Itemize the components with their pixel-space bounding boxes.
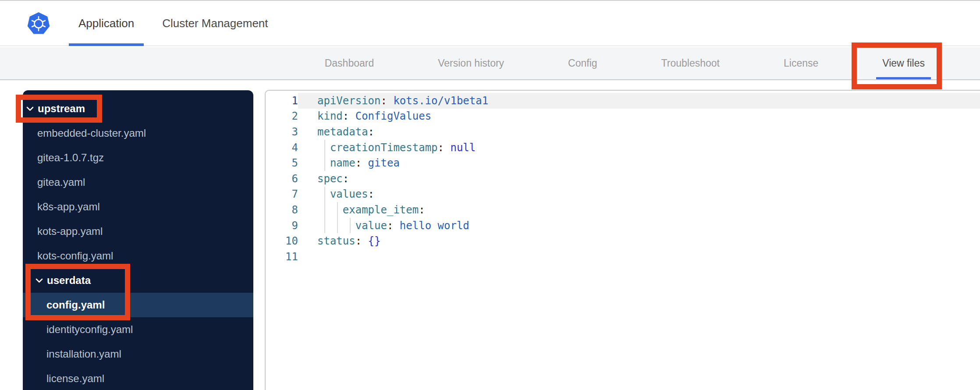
tab-troubleshoot[interactable]: Troubleshoot	[655, 47, 726, 79]
line-number: 1	[266, 93, 298, 109]
tree-file-license-yaml[interactable]: license.yaml	[23, 366, 253, 390]
editor-line-10: 10status: {}	[266, 233, 980, 249]
line-number: 9	[266, 218, 298, 234]
code-text: name: gitea	[298, 155, 980, 171]
editor-line-4: 4 creationTimestamp: null	[266, 140, 980, 156]
code-text: apiVersion: kots.io/v1beta1	[298, 93, 980, 109]
tree-file-k8s-app-yaml[interactable]: k8s-app.yaml	[23, 195, 253, 219]
code-text: value: hello world	[298, 218, 980, 234]
code-text: status: {}	[298, 233, 980, 249]
code-text: kind: ConfigValues	[298, 109, 980, 124]
code-text: metadata:	[298, 124, 980, 140]
code-text	[298, 249, 980, 265]
line-number: 8	[266, 202, 298, 218]
tree-item-label: config.yaml	[46, 299, 105, 311]
indent-guide	[324, 218, 325, 234]
tree-file-gitea-1-0-7-tgz[interactable]: gitea-1.0.7.tgz	[23, 145, 253, 170]
code-text: creationTimestamp: null	[298, 140, 980, 156]
tree-item-label: upstream	[38, 103, 85, 115]
file-content-viewer[interactable]: 1apiVersion: kots.io/v1beta12kind: Confi…	[265, 90, 980, 390]
line-number: 3	[266, 124, 298, 140]
tree-item-label: userdata	[47, 274, 91, 287]
editor-line-3: 3metadata:	[266, 124, 980, 140]
editor-line-1: 1apiVersion: kots.io/v1beta1	[266, 93, 980, 109]
tree-item-label: gitea-1.0.7.tgz	[37, 152, 104, 164]
line-number: 2	[266, 109, 298, 124]
tree-item-label: kots-app.yaml	[37, 225, 103, 238]
tree-file-embedded-cluster-yaml[interactable]: embedded-cluster.yaml	[23, 121, 253, 145]
top-tabs: ApplicationCluster Management	[69, 1, 278, 46]
code-text: example_item:	[298, 202, 980, 218]
line-number: 7	[266, 187, 298, 202]
indent-guide	[350, 218, 351, 234]
indent-guide	[337, 218, 338, 234]
editor-line-6: 6spec:	[266, 171, 980, 187]
chevron-down-icon	[26, 106, 34, 111]
tree-file-installation-yaml[interactable]: installation.yaml	[23, 342, 253, 366]
tree-item-label: identityconfig.yaml	[46, 323, 133, 336]
top-navigation-bar: ApplicationCluster Management	[0, 0, 980, 46]
file-tree-sidebar: upstreamembedded-cluster.yamlgitea-1.0.7…	[23, 90, 253, 390]
tree-item-label: license.yaml	[46, 372, 104, 385]
indent-guide	[337, 202, 338, 218]
tab-view-files[interactable]: View files	[876, 47, 931, 79]
tree-folder-userdata[interactable]: userdata	[23, 268, 253, 293]
tab-license[interactable]: License	[778, 47, 824, 79]
tree-item-label: installation.yaml	[46, 348, 121, 360]
editor-line-2: 2kind: ConfigValues	[266, 109, 980, 124]
editor-line-5: 5 name: gitea	[266, 155, 980, 171]
tree-folder-upstream[interactable]: upstream	[23, 96, 253, 121]
tree-item-label: gitea.yaml	[37, 176, 85, 188]
tree-file-gitea-yaml[interactable]: gitea.yaml	[23, 170, 253, 195]
indent-guide	[324, 155, 325, 171]
chevron-down-icon	[36, 278, 43, 283]
tab-config[interactable]: Config	[562, 47, 603, 79]
indent-guide	[324, 140, 325, 156]
line-number: 10	[266, 233, 298, 249]
editor-lines: 1apiVersion: kots.io/v1beta12kind: Confi…	[266, 93, 980, 265]
tree-item-label: kots-config.yaml	[37, 250, 113, 262]
tree-item-label: k8s-app.yaml	[37, 201, 100, 213]
top-tab-cluster-management[interactable]: Cluster Management	[153, 1, 277, 46]
editor-line-7: 7 values:	[266, 187, 980, 202]
editor-line-9: 9 value: hello world	[266, 218, 980, 234]
code-text: values:	[298, 187, 980, 202]
indent-guide	[324, 187, 325, 202]
tree-file-config-yaml[interactable]: config.yaml	[23, 293, 253, 317]
editor-line-8: 8 example_item:	[266, 202, 980, 218]
tab-dashboard[interactable]: Dashboard	[319, 47, 380, 79]
line-number: 6	[266, 171, 298, 187]
line-number: 11	[266, 249, 298, 265]
line-number: 4	[266, 140, 298, 156]
tree-file-kots-app-yaml[interactable]: kots-app.yaml	[23, 219, 253, 244]
code-text: spec:	[298, 171, 980, 187]
editor-line-11: 11	[266, 249, 980, 265]
tree-file-kots-config-yaml[interactable]: kots-config.yaml	[23, 244, 253, 268]
line-number: 5	[266, 155, 298, 171]
tree-file-identityconfig-yaml[interactable]: identityconfig.yaml	[23, 317, 253, 342]
indent-guide	[324, 202, 325, 218]
tree-item-label: embedded-cluster.yaml	[37, 127, 146, 139]
kubernetes-logo-icon	[26, 11, 51, 36]
top-tab-application[interactable]: Application	[69, 1, 144, 46]
tab-version-history[interactable]: Version history	[432, 47, 510, 79]
app-tab-bar: DashboardVersion historyConfigTroublesho…	[0, 47, 980, 80]
